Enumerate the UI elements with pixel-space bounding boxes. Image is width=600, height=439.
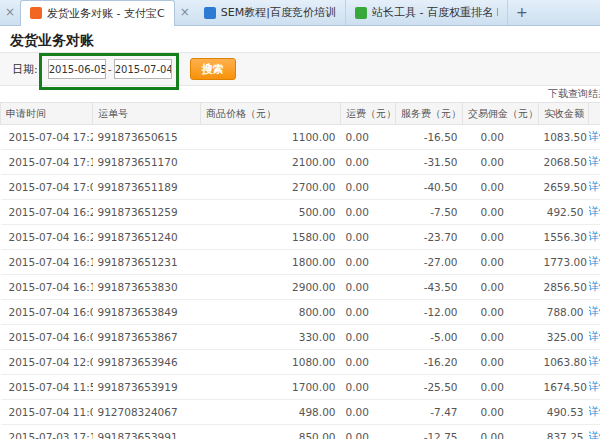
new-tab-button[interactable]: + (508, 0, 536, 25)
tab-label: 站长工具 - 百度权重排名 E (372, 5, 498, 20)
table-cell: 912708324067 (93, 400, 201, 425)
table-row: 2015-07-04 16:02:19991873653867330.000.0… (1, 325, 600, 350)
table-cell: 0.00 (341, 225, 396, 250)
table-cell: 0.00 (341, 400, 396, 425)
table-cell: 0.00 (463, 275, 539, 300)
table-cell: 0.00 (463, 225, 539, 250)
table-cell: -31.50 (396, 150, 463, 175)
table-cell: 2015-07-04 17:09:02 (1, 175, 93, 200)
table-cell: 2015-07-04 16:11:33 (1, 275, 93, 300)
table-cell: 2856.50 (539, 275, 589, 300)
table-cell: 330.00 (201, 325, 341, 350)
table-cell: 1800.00 (201, 250, 341, 275)
table-cell: 991873653919 (93, 375, 201, 400)
table-cell: 2015-07-04 16:17:31 (1, 250, 93, 275)
row-detail-link[interactable]: 详情 (589, 425, 600, 439)
row-detail-link[interactable]: 详情 (589, 350, 600, 375)
table-cell: 991873653849 (93, 300, 201, 325)
row-detail-link[interactable]: 详情 (589, 375, 600, 400)
table-row: 2015-07-04 16:20:499918736512401580.000.… (1, 225, 600, 250)
table-cell: 2659.50 (539, 175, 589, 200)
row-detail-link[interactable]: 详情 (589, 400, 600, 425)
row-detail-link[interactable]: 详情 (589, 200, 600, 225)
table-cell: 500.00 (201, 200, 341, 225)
table-cell: 0.00 (341, 325, 396, 350)
table-cell: 991873653991 (93, 425, 201, 439)
table-cell: 2015-07-04 16:06:59 (1, 300, 93, 325)
date-to-input[interactable] (114, 59, 172, 79)
table-cell: 0.00 (341, 150, 396, 175)
table-cell: -27.00 (396, 250, 463, 275)
table-cell: 0.00 (341, 275, 396, 300)
table-cell: 1674.50 (539, 375, 589, 400)
table-cell: 0.00 (463, 250, 539, 275)
table-cell: 0.00 (463, 150, 539, 175)
table-row: 2015-07-04 12:05:449918736539461080.000.… (1, 350, 600, 375)
table-cell: 0.00 (341, 250, 396, 275)
tab-webmaster-tools[interactable]: 站长工具 - 百度权重排名 E (346, 0, 508, 25)
tab-label: SEM教程|百度竞价培训 (221, 5, 336, 20)
row-detail-link[interactable]: 详情 (589, 275, 600, 300)
table-cell: 2015-07-04 12:05:44 (1, 350, 93, 375)
download-results-link[interactable]: 下载查询结果 (548, 87, 600, 101)
table-cell: 0.00 (463, 425, 539, 439)
table-cell: 1100.00 (201, 125, 341, 150)
table-cell: 1556.30 (539, 225, 589, 250)
column-header: 运费（元） (341, 103, 396, 125)
download-row: 下载查询结果 (0, 86, 600, 102)
column-header: 运单号 (93, 103, 201, 125)
row-detail-link[interactable]: 详情 (589, 125, 600, 150)
table-cell: 0.00 (341, 350, 396, 375)
search-button[interactable]: 搜索 (190, 58, 236, 80)
row-detail-link[interactable]: 详情 (589, 175, 600, 200)
table-cell: 2015-07-03 17:15:29 (1, 425, 93, 439)
row-detail-link[interactable]: 详情 (589, 325, 600, 350)
chinaz-favicon-icon (355, 7, 367, 19)
table-cell: 991873651170 (93, 150, 201, 175)
sem-favicon-icon (204, 7, 216, 19)
table-cell: 991873653946 (93, 350, 201, 375)
table-cell: 0.00 (463, 325, 539, 350)
table-cell: 1580.00 (201, 225, 341, 250)
table-cell: 2015-07-04 17:14:18 (1, 150, 93, 175)
tab-close-icon[interactable]: × (0, 0, 20, 25)
row-detail-link[interactable]: 详情 (589, 300, 600, 325)
column-header: 实收金额（元） (539, 103, 589, 125)
table-cell: -12.75 (396, 425, 463, 439)
table-cell: 2015-07-04 11:04:11 (1, 400, 93, 425)
date-from-input[interactable] (48, 59, 106, 79)
table-cell: 2015-07-04 17:21:09 (1, 125, 93, 150)
column-header: 商品价格（元） (201, 103, 341, 125)
table-cell: 0.00 (463, 400, 539, 425)
table-cell: 991873651189 (93, 175, 201, 200)
table-cell: 1773.00 (539, 250, 589, 275)
table-cell: -12.00 (396, 300, 463, 325)
tab-reconciliation[interactable]: 发货业务对账 - 支付宝C (20, 0, 175, 26)
table-cell: 1080.00 (201, 350, 341, 375)
table-row: 2015-07-04 17:14:189918736511702100.000.… (1, 150, 600, 175)
date-filter-bar: 日期: - 搜索 (0, 52, 600, 86)
row-detail-link[interactable]: 详情 (589, 225, 600, 250)
column-header: 交易佣金（元） (463, 103, 539, 125)
table-cell: 0.00 (463, 175, 539, 200)
table-cell: 991873651240 (93, 225, 201, 250)
table-cell: 2900.00 (201, 275, 341, 300)
column-header: 服务费（元） (396, 103, 463, 125)
row-detail-link[interactable]: 详情 (589, 150, 600, 175)
tab-sem-tutorial[interactable]: SEM教程|百度竞价培训 (195, 0, 346, 25)
table-cell: 837.25 (539, 425, 589, 439)
row-detail-link[interactable]: 详情 (589, 250, 600, 275)
table-cell: 800.00 (201, 300, 341, 325)
table-row: 2015-07-03 17:15:29991873653991850.000.0… (1, 425, 600, 439)
table-cell: 0.00 (341, 375, 396, 400)
table-row: 2015-07-04 11:04:11912708324067498.000.0… (1, 400, 600, 425)
table-cell: 788.00 (539, 300, 589, 325)
table-row: 2015-07-04 11:54:469918736539191700.000.… (1, 375, 600, 400)
table-cell: 0.00 (463, 300, 539, 325)
table-cell: 0.00 (463, 375, 539, 400)
table-cell: 0.00 (463, 350, 539, 375)
table-cell: 0.00 (463, 125, 539, 150)
table-cell: 0.00 (341, 175, 396, 200)
tab-close-icon[interactable]: × (175, 0, 195, 25)
table-row: 2015-07-04 17:09:029918736511892700.000.… (1, 175, 600, 200)
